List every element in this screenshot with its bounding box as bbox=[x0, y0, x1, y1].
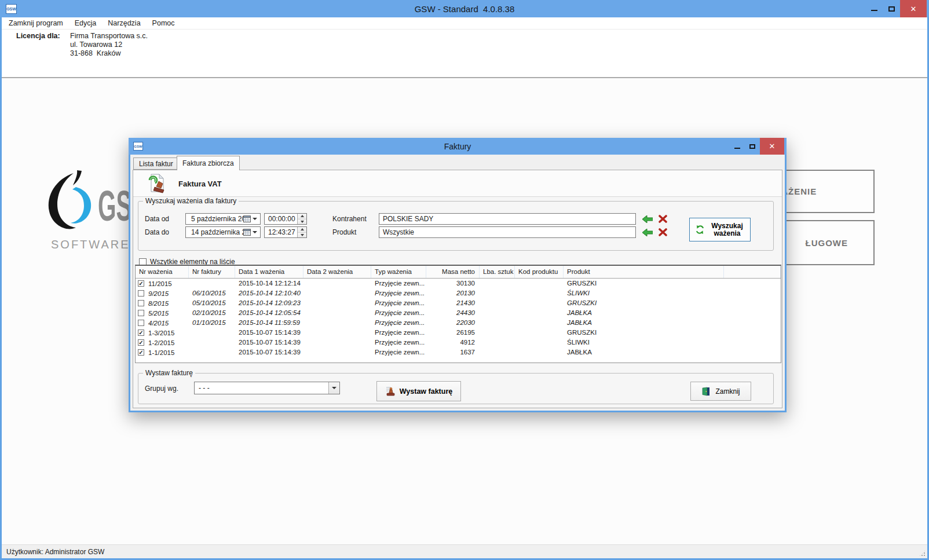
time-to-spinner[interactable] bbox=[297, 227, 306, 237]
issue-invoice-button[interactable]: Wystaw fakturę bbox=[376, 381, 461, 401]
status-user-text: Użytkownik: Administrator GSW bbox=[6, 548, 104, 556]
time-from-spinner[interactable] bbox=[297, 214, 306, 224]
dialog-titlebar: GSW Faktury ✕ bbox=[129, 138, 787, 155]
table-row[interactable]: 5/201502/10/20152015-10-14 12:05:54Przyj… bbox=[136, 308, 781, 318]
column-header[interactable]: Typ ważenia bbox=[371, 266, 426, 278]
weighing-number: 1-1/2015 bbox=[148, 348, 174, 357]
column-header[interactable]: Kod produktu bbox=[515, 266, 564, 278]
table-cell: 21430 bbox=[426, 298, 480, 308]
refresh-icon bbox=[695, 225, 705, 235]
table-cell bbox=[303, 318, 371, 328]
table-cell: 05/10/2015 bbox=[189, 298, 235, 308]
column-header[interactable]: Lba. sztuk bbox=[480, 266, 515, 278]
table-cell: 2015-10-14 11:59:59 bbox=[235, 318, 303, 328]
resize-grip[interactable] bbox=[919, 550, 926, 557]
date-from-label: Data od bbox=[145, 215, 169, 223]
menu-item[interactable]: Pomoc bbox=[147, 18, 181, 28]
time-from-input[interactable]: 00:00:00 bbox=[264, 213, 307, 225]
row-checkbox[interactable] bbox=[138, 339, 144, 346]
table-row[interactable]: 9/201506/10/20152015-10-14 12:10:40Przyj… bbox=[136, 288, 781, 298]
table-cell: 2015-10-07 15:14:39 bbox=[235, 328, 303, 338]
row-checkbox[interactable] bbox=[138, 330, 144, 336]
menu-item[interactable]: Zamknij program bbox=[3, 18, 69, 28]
kontrahent-clear-icon[interactable] bbox=[657, 214, 668, 224]
maximize-button[interactable] bbox=[883, 0, 900, 17]
table-body: 11/20152015-10-14 12:12:14Przyjęcie zewn… bbox=[136, 279, 781, 357]
faktura-zbiorcza-panel: Faktura VAT Wyszukaj ważenia dla faktury… bbox=[133, 170, 782, 408]
search-group: Wyszukaj ważenia dla faktury Data od 5 p… bbox=[138, 201, 774, 251]
table-cell: 02/10/2015 bbox=[189, 308, 235, 318]
column-header[interactable]: Produkt bbox=[564, 266, 724, 278]
combo-dropdown-button[interactable] bbox=[328, 382, 339, 394]
table-row[interactable]: 8/201505/10/20152015-10-14 12:09:23Przyj… bbox=[136, 298, 781, 308]
table-cell bbox=[515, 318, 564, 328]
dialog-close-button[interactable]: ✕ bbox=[760, 138, 784, 155]
table-cell: Przyjęcie zewn... bbox=[371, 338, 426, 347]
table-cell bbox=[724, 328, 781, 338]
table-cell bbox=[480, 288, 515, 298]
weighing-number: 9/2015 bbox=[148, 289, 169, 298]
table-row[interactable]: 4/201501/10/20152015-10-14 11:59:59Przyj… bbox=[136, 318, 781, 328]
table-cell bbox=[303, 338, 371, 347]
column-header[interactable]: Nr faktury bbox=[189, 266, 235, 278]
row-checkbox[interactable] bbox=[138, 290, 144, 297]
column-header[interactable]: Data 1 ważenia bbox=[235, 266, 303, 278]
table-cell: 2015-10-14 12:05:54 bbox=[235, 308, 303, 318]
close-icon: ✕ bbox=[910, 5, 917, 13]
issue-group-title: Wystaw fakturę bbox=[143, 369, 195, 377]
table-cell bbox=[724, 279, 781, 288]
close-dialog-button-bottom[interactable]: Zamknij bbox=[690, 382, 751, 401]
stamp-icon bbox=[385, 387, 395, 396]
invoice-document-icon bbox=[146, 174, 167, 196]
dialog-maximize-button[interactable] bbox=[745, 138, 760, 155]
minimize-button[interactable] bbox=[865, 0, 883, 17]
table-cell: Przyjęcie zewn... bbox=[371, 298, 426, 308]
group-by-label: Grupuj wg. bbox=[145, 385, 178, 393]
table-cell: Przyjęcie zewn... bbox=[371, 328, 426, 338]
table-row[interactable]: 1-3/20152015-10-07 15:14:39Przyjęcie zew… bbox=[136, 328, 781, 338]
license-panel: Licencja dla: Firma Transportowa s.c.ul.… bbox=[2, 30, 927, 77]
column-header[interactable]: Nr ważenia bbox=[136, 266, 189, 278]
calendar-icon bbox=[243, 215, 251, 222]
table-cell: 22030 bbox=[426, 318, 480, 328]
table-row[interactable]: 1-2/20152015-10-07 15:14:39Przyjęcie zew… bbox=[136, 338, 781, 347]
table-cell bbox=[724, 338, 781, 347]
row-checkbox[interactable] bbox=[138, 300, 144, 306]
license-label: Licencja dla: bbox=[16, 32, 60, 40]
search-weighings-button[interactable]: Wyszukaj ważenia bbox=[689, 218, 751, 241]
time-to-input[interactable]: 12:43:27 bbox=[264, 226, 307, 238]
search-group-title: Wyszukaj ważenia dla faktury bbox=[143, 197, 239, 205]
tab-lista-faktur[interactable]: Lista faktur bbox=[133, 158, 179, 170]
table-row[interactable]: 1-1/20152015-10-07 15:14:39Przyjęcie zew… bbox=[136, 347, 781, 357]
date-to-input[interactable]: 14 października 2015 bbox=[185, 226, 261, 238]
close-button[interactable]: ✕ bbox=[900, 0, 927, 17]
table-cell: Przyjęcie zewn... bbox=[371, 279, 426, 288]
row-checkbox[interactable] bbox=[138, 310, 144, 316]
search-button-label: Wyszukaj ważenia bbox=[709, 222, 745, 237]
column-header-filler bbox=[724, 266, 781, 278]
dialog-minimize-button[interactable] bbox=[730, 138, 745, 155]
table-cell: 20130 bbox=[426, 288, 480, 298]
column-header[interactable]: Masa netto bbox=[426, 266, 480, 278]
date-to-label: Data do bbox=[145, 228, 169, 236]
kontrahent-input[interactable]: POLSKIE SADY bbox=[379, 213, 636, 225]
produkt-pick-arrow-icon[interactable] bbox=[642, 228, 653, 237]
menu-item[interactable]: Edycja bbox=[69, 18, 103, 28]
group-by-select[interactable]: - - - bbox=[194, 382, 340, 394]
table-cell: JABŁKA bbox=[564, 318, 724, 328]
minimize-icon bbox=[734, 148, 740, 149]
row-checkbox[interactable] bbox=[138, 320, 144, 326]
produkt-input[interactable]: Wszystkie bbox=[379, 226, 636, 238]
column-header[interactable]: Data 2 ważenia bbox=[303, 266, 371, 278]
row-checkbox[interactable] bbox=[138, 280, 144, 287]
menu-item[interactable]: Narzędzia bbox=[102, 18, 146, 28]
table-cell bbox=[515, 279, 564, 288]
kontrahent-pick-arrow-icon[interactable] bbox=[642, 214, 653, 224]
row-checkbox[interactable] bbox=[138, 349, 144, 356]
weighing-number: 4/2015 bbox=[148, 319, 169, 328]
kontrahent-label: Kontrahent bbox=[332, 215, 367, 223]
tab-faktura-zbiorcza[interactable]: Faktura zbiorcza bbox=[177, 156, 240, 170]
date-from-input[interactable]: 5 października 2015 bbox=[185, 213, 261, 225]
produkt-clear-icon[interactable] bbox=[657, 228, 668, 237]
table-row[interactable]: 11/20152015-10-14 12:12:14Przyjęcie zewn… bbox=[136, 279, 781, 288]
